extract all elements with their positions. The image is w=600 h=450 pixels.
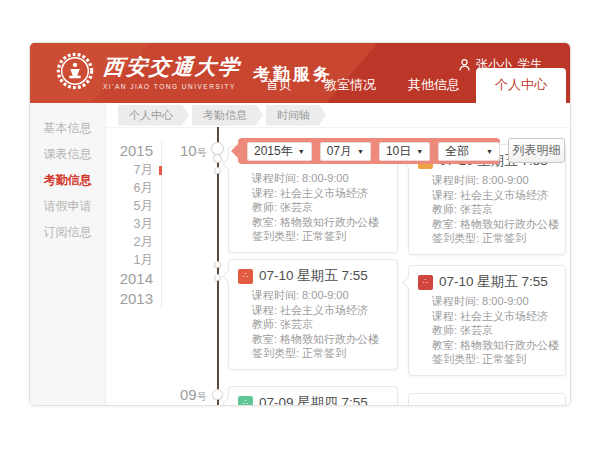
sidebar-item-subscription-info[interactable]: 订阅信息 bbox=[30, 219, 105, 245]
nav-item-home[interactable]: 首页 bbox=[250, 69, 308, 103]
sidebar-item-leave-request[interactable]: 请假申请 bbox=[30, 193, 105, 219]
timeline-year-month-nav: 2015 7月 6月 5月 3月 2月 1月 2014 2013 bbox=[106, 141, 162, 309]
timeline-card[interactable]: ∴ 07-09 星期四 7:55 bbox=[228, 386, 398, 406]
sidebar-item-schedule-info[interactable]: 课表信息 bbox=[30, 141, 105, 167]
timeline-node bbox=[214, 274, 221, 281]
chevron-down-icon: ▼ bbox=[416, 148, 423, 155]
year-select[interactable]: 2015年 ▼ bbox=[247, 142, 312, 161]
app-header: 西安交通大学 XI'AN JIAO TONG UNIVERSITY 考勤服务 张… bbox=[30, 43, 570, 103]
chevron-down-icon: ▼ bbox=[298, 148, 305, 155]
timeline-nav-month-6[interactable]: 6月 bbox=[106, 179, 153, 197]
card-title: 07-09 星期四 7:55 bbox=[259, 394, 368, 406]
timeline-nav-month-2[interactable]: 2月 bbox=[106, 233, 153, 251]
main-content: 个人中心 考勤信息 时间轴 2015 7月 6月 5月 3月 2月 1月 201… bbox=[106, 103, 570, 405]
university-name-cn: 西安交通大学 bbox=[102, 53, 242, 81]
timeline-node bbox=[213, 154, 222, 163]
month-select[interactable]: 07月 ▼ bbox=[320, 142, 371, 161]
timeline-card[interactable]: ∴ 07-10 星期五 7:55 课程时间: 8:00-9:00 课程: 社会主… bbox=[408, 265, 566, 376]
sidebar: 基本信息 课表信息 考勤信息 请假申请 订阅信息 bbox=[30, 103, 106, 405]
active-month-marker bbox=[159, 166, 162, 175]
university-name-en: XI'AN JIAO TONG UNIVERSITY bbox=[103, 83, 241, 90]
sidebar-item-basic-info[interactable]: 基本信息 bbox=[30, 115, 105, 141]
attendance-seal-red-icon: ∴ bbox=[418, 275, 433, 290]
breadcrumb-timeline[interactable]: 时间轴 bbox=[266, 105, 326, 126]
nav-item-classrooms[interactable]: 教室情况 bbox=[308, 69, 392, 103]
day-marker-09: 09号 bbox=[180, 386, 207, 404]
card-title: 07-10 星期五 7:55 bbox=[259, 267, 368, 285]
attendance-seal-green-icon: ∴ bbox=[238, 396, 253, 407]
timeline-node bbox=[214, 261, 221, 268]
nav-item-personal-center[interactable]: 个人中心 bbox=[476, 68, 566, 103]
nav-item-other-info[interactable]: 其他信息 bbox=[392, 69, 476, 103]
timeline-nav-month-3[interactable]: 3月 bbox=[106, 215, 153, 233]
attendance-seal-vermilion-icon: ∴ bbox=[238, 269, 253, 284]
timeline-node bbox=[214, 167, 221, 174]
app-window: 西安交通大学 XI'AN JIAO TONG UNIVERSITY 考勤服务 张… bbox=[29, 42, 571, 406]
timeline-nav-year-2014[interactable]: 2014 bbox=[106, 269, 153, 289]
day-marker-10: 10号 bbox=[180, 142, 207, 160]
timeline-nav-year-2013[interactable]: 2013 bbox=[106, 289, 153, 309]
timeline-node bbox=[212, 389, 223, 400]
page: 西安交通大学 XI'AN JIAO TONG UNIVERSITY 考勤服务 张… bbox=[0, 0, 600, 450]
list-detail-button[interactable]: 列表明细 bbox=[508, 138, 565, 163]
timeline-card[interactable] bbox=[408, 393, 566, 406]
timeline-nav-month-1[interactable]: 1月 bbox=[106, 251, 153, 269]
timeline-nav-month-5[interactable]: 5月 bbox=[106, 197, 153, 215]
timeline-nav-month-7[interactable]: 7月 bbox=[106, 161, 153, 179]
chevron-down-icon: ▼ bbox=[357, 148, 364, 155]
main-nav: 首页 教室情况 其他信息 个人中心 bbox=[250, 68, 566, 103]
card-title: 07-10 星期五 7:55 bbox=[439, 273, 548, 291]
timeline-card[interactable]: ∴ 07-10 星期五 7:55 课程时间: 8:00-9:00 课程: 社会主… bbox=[228, 259, 398, 370]
university-logo-icon bbox=[56, 52, 94, 90]
sidebar-item-attendance-info[interactable]: 考勤信息 bbox=[30, 167, 105, 193]
university-name: 西安交通大学 XI'AN JIAO TONG UNIVERSITY bbox=[103, 53, 241, 90]
type-select[interactable]: 全部 ▼ bbox=[438, 142, 500, 161]
breadcrumb-attendance-info[interactable]: 考勤信息 bbox=[192, 105, 263, 126]
day-select[interactable]: 10日 ▼ bbox=[379, 142, 430, 161]
app-body: 基本信息 课表信息 考勤信息 请假申请 订阅信息 个人中心 考勤信息 时间轴 2… bbox=[30, 103, 570, 405]
filter-bar: 2015年 ▼ 07月 ▼ 10日 ▼ 全部 ▼ bbox=[238, 138, 500, 164]
breadcrumb-personal-center[interactable]: 个人中心 bbox=[118, 105, 189, 126]
chevron-down-icon: ▼ bbox=[486, 148, 493, 155]
timeline-nav-year-2015[interactable]: 2015 bbox=[106, 141, 153, 161]
breadcrumb: 个人中心 考勤信息 时间轴 bbox=[106, 103, 570, 128]
